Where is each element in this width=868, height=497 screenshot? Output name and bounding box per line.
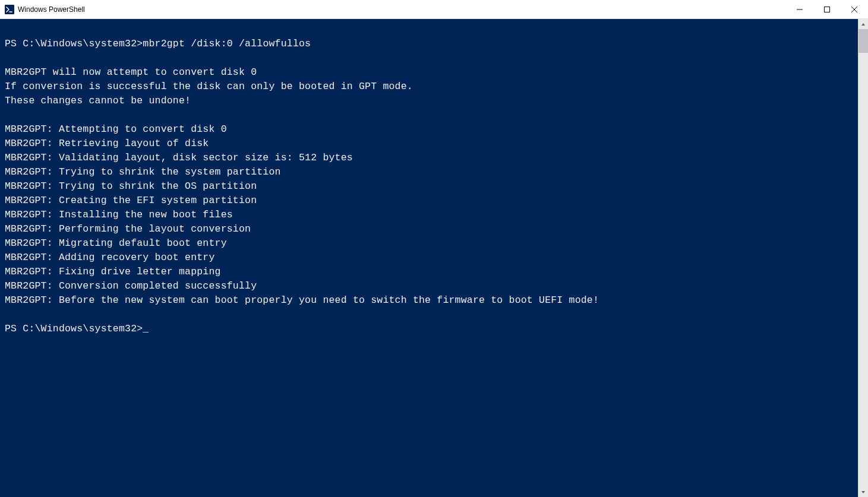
output-line: MBR2GPT: Trying to shrink the system par… xyxy=(5,165,858,179)
output-line: MBR2GPT: Validating layout, disk sector … xyxy=(5,151,858,165)
output-line: MBR2GPT will now attempt to convert disk… xyxy=(5,65,858,80)
prompt-line: PS C:\Windows\system32>mbr2gpt /disk:0 /… xyxy=(5,37,858,51)
terminal[interactable]: PS C:\Windows\system32>mbr2gpt /disk:0 /… xyxy=(0,19,858,497)
output-line: MBR2GPT: Creating the EFI system partiti… xyxy=(5,194,858,208)
window-title: Windows PowerShell xyxy=(18,5,85,14)
output-line: MBR2GPT: Fixing drive letter mapping xyxy=(5,265,858,279)
output-line: MBR2GPT: Adding recovery boot entry xyxy=(5,251,858,265)
output-line: MBR2GPT: Migrating default boot entry xyxy=(5,236,858,251)
window-controls xyxy=(786,0,868,18)
output-line: MBR2GPT: Conversion completed successful… xyxy=(5,279,858,293)
output-line xyxy=(5,51,858,65)
scroll-down-arrow[interactable] xyxy=(858,487,868,497)
prompt-prefix: PS C:\Windows\system32> xyxy=(5,323,143,334)
maximize-button[interactable] xyxy=(813,0,841,18)
prompt-prefix: PS C:\Windows\system32> xyxy=(5,38,143,49)
svg-rect-3 xyxy=(825,7,830,12)
command-text: mbr2gpt /disk:0 /allowfullos xyxy=(143,38,311,49)
svg-rect-0 xyxy=(5,5,14,14)
output-line xyxy=(5,108,858,122)
titlebar[interactable]: Windows PowerShell xyxy=(0,0,868,19)
output-line xyxy=(5,308,858,322)
close-button[interactable] xyxy=(841,0,868,18)
output-line: MBR2GPT: Attempting to convert disk 0 xyxy=(5,122,858,137)
scroll-thumb[interactable] xyxy=(858,29,868,53)
output-line: MBR2GPT: Before the new system can boot … xyxy=(5,293,858,308)
output-line: These changes cannot be undone! xyxy=(5,94,858,108)
prompt-line-current: PS C:\Windows\system32>_ xyxy=(5,322,858,336)
scroll-up-arrow[interactable] xyxy=(858,19,868,29)
output-line: If conversion is successful the disk can… xyxy=(5,80,858,94)
powershell-icon xyxy=(5,5,14,14)
scroll-track[interactable] xyxy=(858,29,868,487)
terminal-wrapper: PS C:\Windows\system32>mbr2gpt /disk:0 /… xyxy=(0,19,868,497)
output-line: MBR2GPT: Installing the new boot files xyxy=(5,208,858,222)
cursor: _ xyxy=(143,322,149,336)
output-line: MBR2GPT: Trying to shrink the OS partiti… xyxy=(5,179,858,194)
minimize-button[interactable] xyxy=(786,0,813,18)
output-line: MBR2GPT: Performing the layout conversio… xyxy=(5,222,858,236)
output-line: MBR2GPT: Retrieving layout of disk xyxy=(5,137,858,151)
scrollbar[interactable] xyxy=(858,19,868,497)
